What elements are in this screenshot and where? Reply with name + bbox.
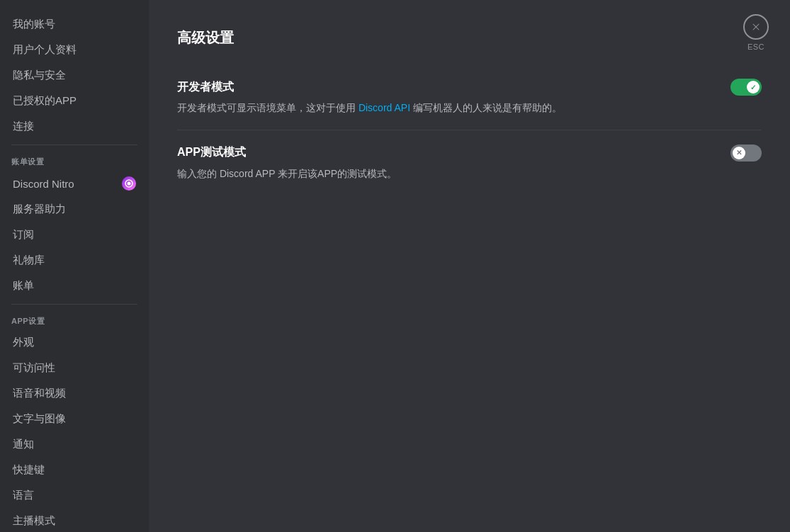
close-button-area: ESC [743,14,769,51]
app-test-mode-description: 输入您的 Discord APP 来开启该APP的测试模式。 [177,167,762,181]
app-test-mode-setting: APP测试模式 ✕ 输入您的 Discord APP 来开启该APP的测试模式。 [177,130,762,196]
nitro-icon [122,176,136,191]
sidebar-item-label: 外观 [13,336,34,349]
app-section-label: APP设置 [6,310,143,329]
sidebar-item-my-account[interactable]: 我的账号 [6,12,143,37]
check-icon: ✓ [750,84,756,91]
page-title: 高级设置 [177,28,762,47]
sidebar-item-label: 礼物库 [13,254,45,267]
sidebar-item-label: 连接 [13,120,34,133]
sidebar-item-label: 文字与图像 [13,412,66,426]
sidebar: 我的账号 用户个人资料 隐私与安全 已授权的APP 连接 账单设置 Discor… [0,0,149,532]
sidebar-divider-1 [11,145,137,145]
sidebar-section-user: 我的账号 用户个人资料 隐私与安全 已授权的APP 连接 [6,12,143,139]
sidebar-item-label: 用户个人资料 [13,43,77,57]
sidebar-item-label: 主播模式 [13,514,55,528]
sidebar-item-user-profile[interactable]: 用户个人资料 [6,38,143,62]
toggle-knob-on: ✓ [747,81,760,94]
developer-mode-toggle[interactable]: ✓ [730,79,762,96]
main-content: 高级设置 ESC 开发者模式 ✓ 开发者模式可显示语境菜单，这对于使用 Disc… [149,0,790,532]
sidebar-item-subscriptions[interactable]: 订阅 [6,222,143,247]
desc-before: 开发者模式可显示语境菜单，这对于使用 [177,102,359,113]
discord-api-link[interactable]: Discord API [359,102,410,113]
sidebar-item-voice-video[interactable]: 语音和视频 [6,381,143,406]
sidebar-section-billing: 账单设置 Discord Nitro 服务器助力 订阅 礼物库 账单 [6,151,143,298]
sidebar-item-keybinds[interactable]: 快捷键 [6,458,143,482]
sidebar-item-accessibility[interactable]: 可访问性 [6,356,143,380]
sidebar-item-appearance[interactable]: 外观 [6,330,143,355]
desc-text: 输入您的 Discord APP 来开启该APP的测试模式。 [177,168,397,179]
sidebar-item-label: 隐私与安全 [13,69,66,82]
sidebar-item-streamer-mode[interactable]: 主播模式 [6,509,143,532]
close-icon [750,21,762,33]
app-test-mode-header: APP测试模式 ✕ [177,145,762,162]
billing-section-label: 账单设置 [6,151,143,170]
app-test-mode-name: APP测试模式 [177,145,246,160]
developer-mode-description: 开发者模式可显示语境菜单，这对于使用 Discord API 编写机器人的人来说… [177,101,762,115]
sidebar-item-discord-nitro[interactable]: Discord Nitro [6,171,143,196]
sidebar-item-server-boost[interactable]: 服务器助力 [6,197,143,222]
sidebar-item-privacy-safety[interactable]: 隐私与安全 [6,63,143,88]
sidebar-item-label: 通知 [13,438,34,451]
sidebar-item-label: 账单 [13,279,34,293]
esc-label: ESC [747,43,764,51]
x-icon: ✕ [736,149,742,157]
svg-point-1 [128,182,131,186]
sidebar-item-label: Discord Nitro [13,178,74,190]
sidebar-item-label: 我的账号 [13,18,55,31]
sidebar-divider-2 [11,304,137,305]
developer-mode-header: 开发者模式 ✓ [177,79,762,96]
toggle-knob-off: ✕ [733,147,745,159]
sidebar-item-authorized-apps[interactable]: 已授权的APP [6,89,143,113]
sidebar-item-label: 已授权的APP [13,94,77,108]
sidebar-item-language[interactable]: 语言 [6,483,143,508]
sidebar-item-label: 语音和视频 [13,387,66,400]
sidebar-item-label: 语言 [13,489,34,502]
developer-mode-name: 开发者模式 [177,80,234,95]
sidebar-item-gift-inventory[interactable]: 礼物库 [6,248,143,273]
app-test-mode-toggle[interactable]: ✕ [730,145,762,162]
desc-after: 编写机器人的人来说是有帮助的。 [410,102,562,113]
sidebar-item-label: 服务器助力 [13,203,66,216]
close-button[interactable] [743,14,769,40]
sidebar-item-label: 可访问性 [13,361,55,375]
developer-mode-setting: 开发者模式 ✓ 开发者模式可显示语境菜单，这对于使用 Discord API 编… [177,64,762,130]
sidebar-item-notifications[interactable]: 通知 [6,432,143,457]
sidebar-section-app: APP设置 外观 可访问性 语音和视频 文字与图像 通知 快捷键 语言 主播模式… [6,310,143,532]
sidebar-item-label: 订阅 [13,228,34,242]
sidebar-item-billing[interactable]: 账单 [6,273,143,298]
sidebar-item-label: 快捷键 [13,463,45,477]
sidebar-item-text-images[interactable]: 文字与图像 [6,407,143,431]
nitro-item-left: Discord Nitro [13,178,74,190]
sidebar-item-connections[interactable]: 连接 [6,114,143,139]
